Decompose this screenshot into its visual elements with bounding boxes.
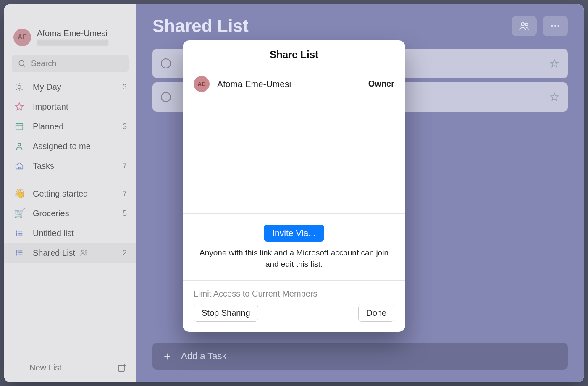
member-name: Afoma Eme-Umesi	[217, 79, 291, 89]
sidebar-item-label: My Day	[33, 82, 61, 92]
svg-line-10	[16, 84, 17, 84]
sidebar-item-count: 3	[123, 83, 127, 92]
search-icon	[18, 59, 26, 68]
invite-via-button[interactable]: Invite Via...	[264, 225, 324, 242]
svg-line-8	[16, 89, 17, 90]
sidebar-item-label: Planned	[33, 122, 63, 131]
svg-point-40	[557, 25, 559, 26]
svg-rect-12	[16, 124, 23, 130]
sidebar: AE Afoma Eme-Umesi My Day3ImportantPlann…	[4, 4, 136, 382]
task-star-button[interactable]	[549, 58, 559, 68]
sidebar-item-groceries[interactable]: 🛒Groceries5	[4, 204, 136, 223]
smart-lists: My Day3ImportantPlanned3Assigned to meTa…	[4, 75, 136, 176]
member-role: Owner	[368, 79, 394, 89]
sidebar-item-label: Assigned to me	[33, 142, 91, 151]
sidebar-item-count: 7	[123, 189, 127, 198]
svg-point-30	[85, 251, 87, 252]
home-icon	[13, 161, 25, 171]
svg-point-25	[16, 255, 17, 255]
list-icon	[13, 248, 25, 257]
sidebar-item-getting-started[interactable]: 👋Getting started7	[4, 184, 136, 204]
list-title: Shared List	[152, 16, 249, 36]
share-list-dialog: Share List AE Afoma Eme-Umesi Owner Invi…	[183, 40, 405, 332]
sidebar-footer: New List	[4, 355, 136, 382]
sidebar-item-tasks[interactable]: Tasks7	[4, 156, 136, 176]
plus-icon: ＋	[162, 349, 173, 363]
main-header: Shared List	[152, 16, 568, 36]
new-group-icon[interactable]	[117, 363, 127, 373]
sidebar-item-planned[interactable]: Planned3	[4, 117, 136, 137]
task-star-button[interactable]	[549, 92, 559, 102]
limit-access-label[interactable]: Limit Access to Current Members	[194, 289, 394, 299]
svg-point-2	[18, 85, 21, 88]
svg-point-18	[16, 233, 17, 234]
star-icon	[13, 102, 25, 111]
sidebar-item-count: 2	[123, 249, 127, 257]
sidebar-item-my-day[interactable]: My Day3	[4, 77, 136, 97]
add-task-label: Add a Task	[181, 351, 226, 362]
list-emoji-icon: 👋	[13, 189, 25, 198]
sidebar-item-important[interactable]: Important	[4, 97, 136, 117]
user-lists: 👋Getting started7🛒Groceries5Untitled lis…	[4, 181, 136, 263]
profile-email-redacted	[37, 40, 108, 46]
sidebar-item-count: 3	[123, 122, 127, 131]
profile-avatar: AE	[13, 29, 31, 46]
search-input[interactable]	[31, 59, 123, 68]
svg-rect-33	[118, 365, 124, 371]
sidebar-item-assigned-to-me[interactable]: Assigned to me	[4, 137, 136, 156]
task-complete-radio[interactable]	[161, 58, 171, 68]
invite-description: Anyone with this link and a Microsoft ac…	[194, 247, 394, 270]
svg-point-23	[16, 251, 17, 252]
svg-line-7	[22, 84, 23, 84]
svg-point-16	[18, 143, 21, 146]
app-window: AE Afoma Eme-Umesi My Day3ImportantPlann…	[4, 4, 584, 382]
list-icon	[13, 228, 25, 238]
sidebar-item-label: Getting started	[33, 189, 88, 199]
svg-point-36	[521, 22, 524, 25]
person-icon	[13, 142, 25, 151]
list-emoji-icon: 🛒	[13, 209, 25, 218]
svg-point-37	[525, 23, 528, 26]
stop-sharing-button[interactable]: Stop Sharing	[194, 305, 258, 322]
sidebar-item-shared-list[interactable]: Shared List2	[4, 243, 136, 263]
sidebar-item-label: Shared List	[33, 248, 75, 258]
svg-marker-41	[551, 60, 558, 67]
svg-line-9	[22, 89, 23, 90]
member-row: AE Afoma Eme-Umesi Owner	[183, 68, 405, 100]
svg-marker-11	[16, 103, 23, 110]
svg-point-39	[554, 25, 556, 26]
profile-section[interactable]: AE Afoma Eme-Umesi	[4, 25, 136, 50]
search-box[interactable]	[12, 55, 129, 72]
sidebar-item-label: Groceries	[33, 209, 69, 218]
svg-point-29	[82, 250, 84, 253]
svg-point-17	[16, 231, 17, 232]
plus-icon[interactable]	[13, 363, 23, 373]
new-list-button[interactable]: New List	[29, 363, 62, 373]
more-options-button[interactable]	[543, 16, 568, 36]
calendar-icon	[13, 122, 25, 131]
svg-point-0	[19, 60, 24, 66]
sidebar-item-count: 7	[123, 162, 127, 171]
sidebar-item-label: Untitled list	[33, 228, 74, 238]
done-button[interactable]: Done	[358, 305, 394, 322]
svg-marker-42	[551, 93, 558, 100]
invite-section: Invite Via... Anyone with this link and …	[183, 213, 405, 280]
shared-indicator-icon	[79, 248, 89, 257]
sidebar-item-count: 5	[123, 209, 127, 218]
people-icon	[518, 20, 530, 32]
svg-point-24	[16, 252, 17, 253]
task-complete-radio[interactable]	[161, 92, 171, 102]
sidebar-divider	[13, 179, 128, 179]
svg-point-19	[16, 235, 17, 236]
profile-name: Afoma Eme-Umesi	[37, 29, 108, 38]
svg-point-38	[551, 25, 553, 26]
ellipsis-icon	[550, 21, 561, 32]
limit-section: Limit Access to Current Members Stop Sha…	[183, 280, 405, 332]
member-avatar: AE	[194, 76, 210, 92]
sidebar-item-label: Tasks	[33, 161, 54, 171]
share-list-button[interactable]	[512, 16, 537, 36]
dialog-title: Share List	[183, 40, 405, 68]
sidebar-item-label: Important	[33, 102, 68, 112]
add-task-bar[interactable]: ＋ Add a Task	[152, 343, 568, 370]
sidebar-item-untitled-list[interactable]: Untitled list	[4, 223, 136, 243]
